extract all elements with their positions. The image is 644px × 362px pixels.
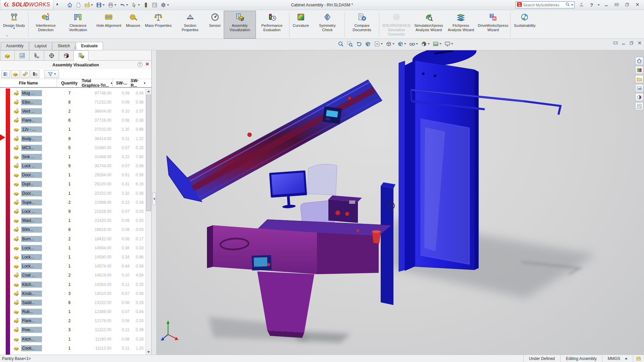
doc-close-icon[interactable] [637, 41, 642, 46]
column-header-file-name[interactable]: File Name [0, 79, 57, 87]
ribbon-sustainability[interactable]: Sustainability [512, 11, 538, 39]
help-button[interactable]: ? [588, 2, 595, 8]
graphics-area[interactable] [157, 50, 644, 355]
close-button[interactable] [634, 2, 641, 8]
open-icon[interactable] [83, 1, 94, 9]
properties-tab-icon[interactable] [15, 50, 30, 61]
help-dropdown-icon[interactable] [598, 4, 600, 6]
ribbon-design-study[interactable]: Design Study [1, 11, 27, 39]
view-palette-icon[interactable] [635, 84, 643, 92]
search-dropdown-icon[interactable] [571, 4, 573, 6]
traffic-light-icon[interactable] [142, 1, 150, 9]
table-row[interactable]: Supe... 2 21988.00 0.12 0.34 [0, 198, 146, 207]
column-header-quantity[interactable]: Quantity [57, 79, 82, 87]
zoom-fit-icon[interactable] [337, 40, 345, 48]
status-note-icon[interactable] [633, 355, 644, 362]
table-scrollbar[interactable] [146, 88, 151, 355]
table-row[interactable]: Lock... 1 14594.00 0.38 0.33 [0, 243, 146, 252]
column-header-sw-r[interactable]: SW-R... [131, 79, 146, 87]
table-row[interactable]: Flare... 2 12176.00 0.08 0.33 [0, 316, 146, 325]
file-explorer-icon[interactable] [635, 75, 643, 83]
apply-scene-icon[interactable] [432, 40, 442, 48]
ribbon-simulationxpress-analysis-wizard[interactable]: SimulationXpress Analysis Wizard [413, 11, 445, 39]
ribbon-performance-evaluation[interactable]: Performance Evaluation [256, 11, 288, 39]
table-row[interactable]: Cook... 1 11112.00 0.11 1.20 [0, 344, 146, 353]
table-row[interactable]: Sink ... 1 31488.00 0.22 7.80 [0, 152, 146, 161]
part-settings-icon[interactable] [21, 70, 30, 78]
save-icon[interactable] [95, 1, 106, 9]
table-row[interactable]: Lock ... 9 30744.00 0.07 0.06 [0, 162, 146, 171]
ribbon-overflow-icon[interactable] [5, 34, 9, 38]
custom-properties-icon[interactable] [635, 102, 643, 110]
select-icon[interactable] [130, 1, 141, 9]
tab-evaluate[interactable]: Evaluate [76, 42, 103, 50]
doc-restore-icon[interactable] [629, 41, 634, 46]
scrollbar-thumb[interactable] [146, 95, 151, 211]
table-row[interactable]: Vent ... 2 38004.00 0.10 3.37 [0, 107, 146, 116]
display-style-icon[interactable] [396, 40, 407, 48]
hide-show-icon[interactable] [408, 40, 419, 48]
table-row[interactable]: Door... 1 29284.00 0.51 0.58 [0, 171, 146, 180]
value-bars-icon[interactable] [1, 70, 10, 78]
part-tab-icon[interactable] [0, 50, 15, 61]
resize-button[interactable] [613, 2, 621, 8]
search-icon[interactable] [565, 2, 570, 8]
table-row[interactable]: Lock ... 9 21528.00 0.07 0.03 [0, 207, 146, 216]
performance-list-icon[interactable] [31, 70, 39, 78]
panel-collapse-button[interactable] [152, 192, 156, 205]
design-library-icon[interactable] [635, 66, 643, 74]
table-row[interactable]: Pow... 3 11322.00 0.11 0.39 [0, 325, 146, 335]
column-header-sw[interactable]: SW-... [113, 79, 131, 87]
table-row[interactable]: Body... 9 36414.00 0.11 1.22 [0, 134, 146, 143]
restore-button[interactable] [623, 2, 631, 8]
zoom-area-icon[interactable] [346, 40, 354, 48]
tab-assembly[interactable]: Assembly [1, 42, 29, 50]
table-row[interactable]: MC3... 5 31680.00 0.07 0.25 [0, 143, 146, 152]
tab-sketch[interactable]: Sketch [52, 42, 75, 50]
grouped-parts-icon[interactable] [11, 70, 20, 78]
units-selector[interactable]: MMGS [602, 355, 633, 362]
ribbon-assembly-visualization[interactable]: Assembly Visualization [224, 11, 256, 39]
view-orientation-icon[interactable] [385, 40, 395, 48]
search-box[interactable]: MySW [516, 1, 575, 8]
table-row[interactable]: Lock... 1 14590.00 0.34 0.86 [0, 252, 146, 261]
table-row[interactable]: Knob... 3 14010.00 0.07 0.06 [0, 289, 146, 298]
ribbon-sensor[interactable]: Sensor [206, 11, 224, 39]
toolbar-flyout-arrow[interactable] [56, 2, 59, 7]
table-row[interactable]: Dupl... 1 29220.00 0.31 6.16 [0, 180, 146, 189]
search-input[interactable] [523, 3, 564, 7]
table-row[interactable]: Wast... 1 21420.00 0.09 0.50 [0, 216, 146, 225]
panel-splitter[interactable] [152, 50, 157, 355]
configuration-tab-icon[interactable] [30, 50, 44, 61]
view-settings-icon[interactable] [443, 40, 454, 48]
table-row[interactable]: Burn... 2 18432.00 0.08 0.17 [0, 234, 146, 243]
table-row[interactable]: Door... 1 22152.00 0.32 0.36 [0, 189, 146, 198]
ribbon-interference-detection[interactable]: Interference Detection [30, 11, 62, 39]
ribbon-curvature[interactable]: Curvature [290, 11, 311, 39]
ribbon-mass-properties[interactable]: Mass Properties [143, 11, 174, 39]
table-row[interactable]: Mug ... 7 97748.00 0.09 0.44 [0, 88, 146, 98]
table-row[interactable]: Rub... 1 12388.00 0.07 0.84 [0, 307, 146, 316]
properties-icon[interactable] [151, 1, 159, 9]
table-row[interactable]: Lock... 1 14574.00 0.44 0.58 [0, 262, 146, 271]
scroll-down-icon[interactable] [146, 349, 151, 355]
ribbon-measure[interactable]: Measure [123, 11, 143, 39]
minimize-button[interactable] [602, 2, 610, 8]
table-row[interactable]: Elbo... 8 71232.00 0.09 0.38 [0, 98, 146, 107]
table-row[interactable]: 12v - ... 1 37032.00 1.20 0.66 [0, 125, 146, 134]
section-view-icon[interactable] [364, 40, 372, 48]
options-gear-icon[interactable] [159, 1, 170, 9]
ribbon-symmetry-check[interactable]: Symmetry Check [311, 11, 343, 39]
table-row[interactable]: Coat ... 2 14524.00 0.10 4.58 [0, 271, 146, 280]
ribbon-hole-alignment[interactable]: Hole Alignment [94, 11, 123, 39]
table-row[interactable]: 50m... 8 18816.00 0.08 0.03 [0, 225, 146, 234]
ribbon-clearance-verification[interactable]: Clearance Verification [62, 11, 94, 39]
dimxpert-tab-icon[interactable] [44, 50, 59, 61]
print-icon[interactable] [107, 1, 118, 9]
panel-help-icon[interactable]: ? [138, 62, 143, 67]
resources-icon[interactable] [635, 57, 643, 65]
previous-view-icon[interactable] [355, 40, 363, 48]
panel-close-icon[interactable]: ✕ [145, 62, 149, 66]
panel-height-grip[interactable] [74, 47, 76, 49]
ribbon-compare-documents[interactable]: ? Compare Documents [346, 11, 378, 39]
